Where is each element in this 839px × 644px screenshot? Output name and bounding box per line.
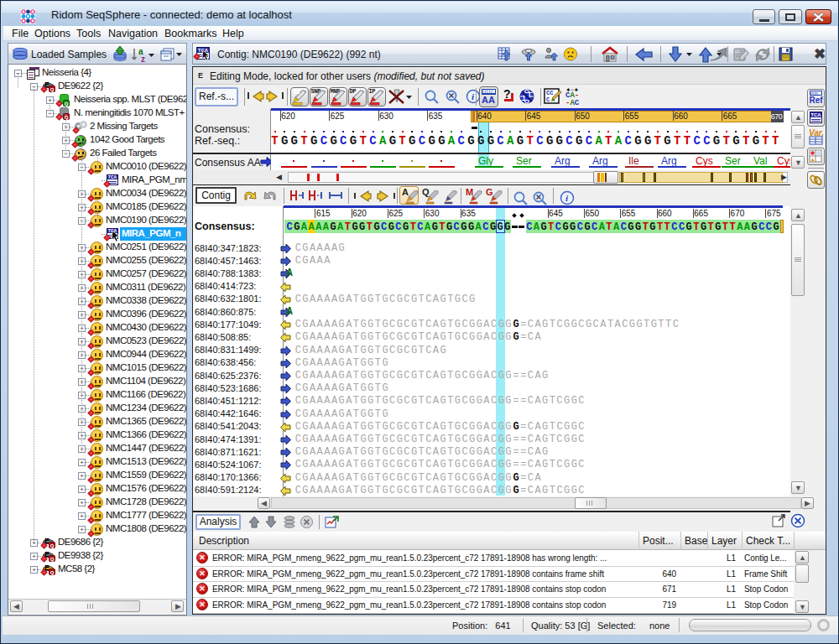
svg-text:CC: CC xyxy=(546,90,553,96)
svg-text:C: C xyxy=(546,96,550,103)
svg-text:z: z xyxy=(141,55,145,64)
